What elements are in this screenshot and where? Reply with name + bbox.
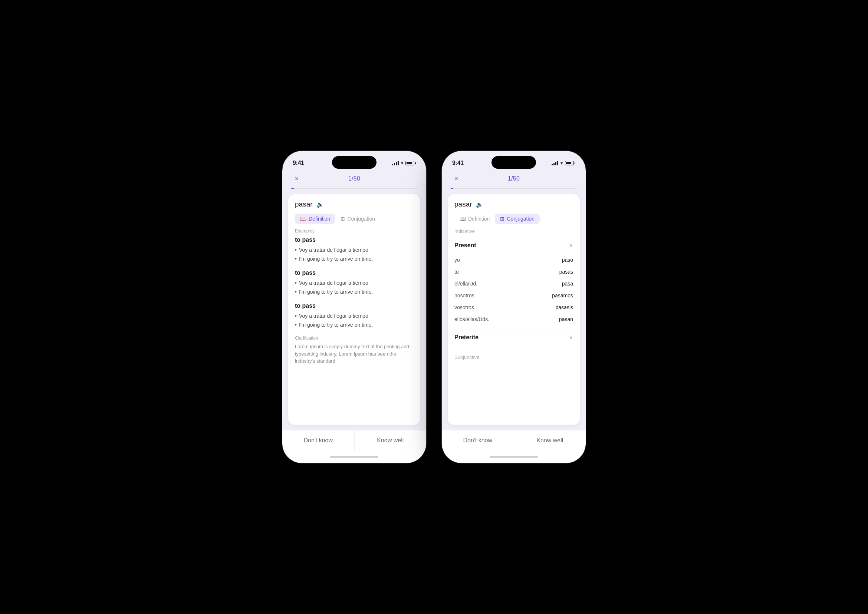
bullet-1-2-1: • I'm going to try to arrive on time. bbox=[295, 321, 414, 329]
word-2: pasar bbox=[454, 200, 472, 208]
def-block-3: to pass • Voy a tratar de llegar a tiemp… bbox=[295, 302, 414, 329]
content-area-2: pasar 🔈 📖 Definition ⊞ Conjugation bbox=[442, 189, 586, 430]
card-header-1: pasar 🔈 📖 Definition ⊞ Conjugation bbox=[288, 194, 420, 228]
subjunctive-label: Subjunctive bbox=[454, 349, 573, 360]
bullet-1-1-1: • I'm going to try to arrive on time. bbox=[295, 288, 414, 296]
tab-def-label-2: Definition bbox=[468, 216, 490, 222]
conj-row-nosotros: nosotros pasamos bbox=[454, 290, 573, 301]
status-time-1: 9:41 bbox=[293, 160, 304, 166]
conj-row-ellos: ellos/ellas/Uds. pasan bbox=[454, 313, 573, 325]
preterite-section-header[interactable]: Preterite ∨ bbox=[454, 330, 573, 344]
card-2: pasar 🔈 📖 Definition ⊞ Conjugation bbox=[448, 194, 580, 425]
bullet-1-1-0: • Voy a tratar de llegar a tiempo bbox=[295, 279, 414, 287]
phone-1: 9:41 ▾ × 1/50 bbox=[282, 150, 427, 464]
signal-bars-1 bbox=[392, 161, 399, 165]
present-chevron-up-icon: ∧ bbox=[569, 242, 573, 249]
nav-bar-2: × 1/50 bbox=[442, 170, 586, 186]
status-icons-1: ▾ bbox=[392, 161, 416, 166]
conj-row-yo: yo paso bbox=[454, 254, 573, 266]
pronoun-ella: el/ella/Ud. bbox=[454, 281, 477, 287]
present-title: Present bbox=[454, 242, 476, 249]
clarification-section-1: Clarification Lorem Ipsum is simply dumm… bbox=[295, 336, 414, 365]
dynamic-island-1 bbox=[332, 156, 376, 169]
tab-definition-2[interactable]: 📖 Definition bbox=[454, 214, 495, 224]
speaker-icon-1[interactable]: 🔈 bbox=[317, 201, 324, 208]
pronoun-ellos: ellos/ellas/Uds. bbox=[454, 316, 489, 322]
form-ella: pasa bbox=[562, 281, 573, 287]
preterite-section: Preterite ∨ bbox=[454, 330, 573, 344]
pronoun-tu: tu bbox=[454, 269, 459, 275]
nav-title-1: 1/50 bbox=[348, 175, 360, 182]
close-button-2[interactable]: × bbox=[451, 173, 462, 184]
preterite-title: Preterite bbox=[454, 334, 478, 341]
form-ellos: pasan bbox=[559, 316, 573, 322]
conj-row-tu: tu pasas bbox=[454, 266, 573, 278]
bullet-1-2-0: • Voy a tratar de llegar a tiempo bbox=[295, 312, 414, 320]
def-block-2: to pass • Voy a tratar de llegar a tiemp… bbox=[295, 270, 414, 296]
nav-title-2: 1/50 bbox=[508, 175, 520, 182]
screen-2: 9:41 ▾ × 1/50 bbox=[442, 151, 586, 463]
card-body-1: Examples to pass • Voy a tratar de llega… bbox=[288, 228, 420, 425]
tab-def-icon-1: 📖 bbox=[300, 216, 306, 222]
def-block-1: to pass • Voy a tratar de llegar a tiemp… bbox=[295, 237, 414, 263]
pronoun-nosotros: nosotros bbox=[454, 293, 474, 298]
pronoun-yo: yo bbox=[454, 257, 460, 263]
status-icons-2: ▾ bbox=[551, 161, 575, 166]
tab-conjugation-2[interactable]: ⊞ Conjugation bbox=[495, 214, 540, 224]
present-table: yo paso tu pasas el/ella/Ud. pasa bbox=[454, 254, 573, 325]
present-section: Present ∧ yo paso tu pasas bbox=[454, 238, 573, 325]
bottom-bar-2: Don't know Know well bbox=[442, 430, 586, 451]
bottom-bar-1: Don't know Know well bbox=[282, 430, 426, 451]
def-heading-1-0: to pass bbox=[295, 237, 414, 243]
dont-know-button-1[interactable]: Don't know bbox=[282, 431, 355, 451]
form-nosotros: pasamos bbox=[552, 293, 573, 298]
phones-container: 9:41 ▾ × 1/50 bbox=[282, 150, 586, 464]
word-row-2: pasar 🔈 bbox=[454, 200, 573, 208]
def-heading-1-1: to pass bbox=[295, 270, 414, 276]
tab-conj-icon-1: ⊞ bbox=[340, 216, 345, 222]
pronoun-vosotros: vosotros bbox=[454, 304, 474, 310]
form-tu: pasas bbox=[559, 269, 573, 275]
word-row-1: pasar 🔈 bbox=[295, 200, 414, 208]
signal-bars-2 bbox=[551, 161, 558, 165]
content-area-1: pasar 🔈 📖 Definition ⊞ Conjugation bbox=[282, 189, 426, 430]
tab-def-label-1: Definition bbox=[309, 216, 330, 222]
progress-bar-1 bbox=[282, 186, 426, 189]
home-bar-2 bbox=[490, 456, 538, 458]
status-time-2: 9:41 bbox=[452, 160, 464, 166]
phone-2: 9:41 ▾ × 1/50 bbox=[441, 150, 586, 464]
conj-row-ella: el/ella/Ud. pasa bbox=[454, 278, 573, 290]
clarification-label-1: Clarification bbox=[295, 336, 414, 341]
bullet-1-0-1: • I'm going to try to arrive on time. bbox=[295, 255, 414, 263]
clarification-text-1: Lorem Ipsum is simply dummy text of the … bbox=[295, 343, 414, 365]
dynamic-island-2 bbox=[492, 156, 536, 169]
battery-2 bbox=[565, 161, 575, 165]
conj-row-vosotros: vosotros pasasis bbox=[454, 301, 573, 313]
home-bar-1 bbox=[330, 456, 378, 458]
close-button-1[interactable]: × bbox=[291, 173, 302, 184]
know-well-button-2[interactable]: Know well bbox=[514, 431, 586, 451]
home-indicator-2 bbox=[442, 451, 586, 463]
progress-bar-2 bbox=[442, 186, 586, 189]
present-section-header[interactable]: Present ∧ bbox=[454, 238, 573, 253]
tab-conj-label-1: Conjugation bbox=[347, 216, 375, 222]
screen-1: 9:41 ▾ × 1/50 bbox=[282, 151, 426, 463]
know-well-button-1[interactable]: Know well bbox=[355, 431, 427, 451]
form-yo: paso bbox=[562, 257, 573, 263]
preterite-chevron-down-icon: ∨ bbox=[569, 334, 573, 341]
tab-conj-icon-2: ⊞ bbox=[500, 216, 505, 222]
examples-label-1: Examples bbox=[295, 228, 414, 234]
tabs-2: 📖 Definition ⊞ Conjugation bbox=[454, 214, 573, 224]
word-1: pasar bbox=[295, 200, 313, 208]
speaker-icon-2[interactable]: 🔈 bbox=[476, 201, 483, 208]
bullet-1-0-0: • Voy a tratar de llegar a tiempo bbox=[295, 246, 414, 254]
battery-1 bbox=[405, 161, 416, 165]
tab-definition-1[interactable]: 📖 Definition bbox=[295, 214, 335, 224]
nav-bar-1: × 1/50 bbox=[282, 170, 426, 186]
wifi-icon-1: ▾ bbox=[401, 161, 403, 166]
tab-conjugation-1[interactable]: ⊞ Conjugation bbox=[335, 214, 380, 224]
wifi-icon-2: ▾ bbox=[561, 161, 563, 166]
indicative-label: Indicative bbox=[454, 228, 573, 234]
dont-know-button-2[interactable]: Don't know bbox=[442, 431, 514, 451]
card-body-2: Indicative Present ∧ yo paso bbox=[448, 228, 580, 425]
